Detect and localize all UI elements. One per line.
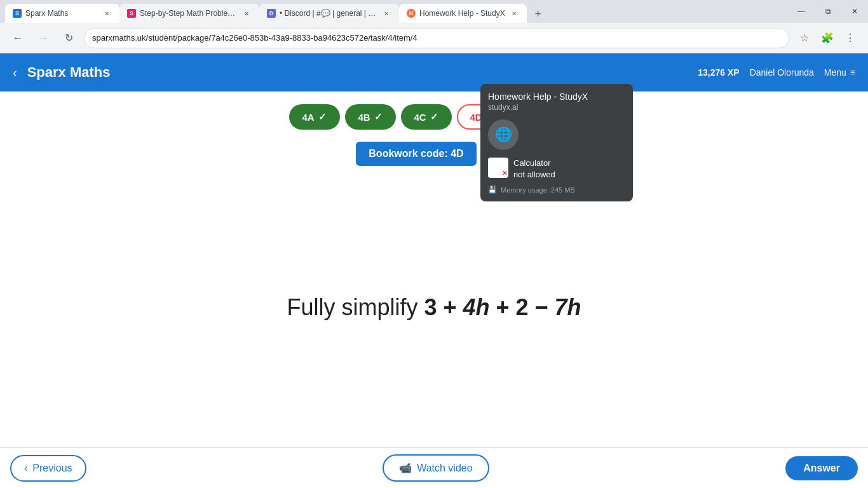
- app-header: ‹ Sparx Maths 13,276 XP Daniel Olorunda …: [0, 53, 868, 92]
- tooltip-calc-row: 🖩 ✕ Calculatornot allowed: [488, 158, 625, 180]
- tooltip-memory: 💾 Memory usage: 245 MB: [488, 186, 625, 194]
- tab-discord[interactable]: D • Discord | #💬 | general | Loot... ✕: [259, 4, 399, 23]
- tab-studyx-close[interactable]: ✕: [509, 8, 519, 18]
- math-equation-area: Fully simplify 3 + 4h + 2 − 7h: [0, 168, 868, 447]
- app-back-button[interactable]: ‹: [13, 65, 17, 80]
- previous-label: Previous: [32, 463, 72, 474]
- tab-4b-label: 4B: [358, 112, 370, 123]
- minimize-button[interactable]: —: [792, 4, 810, 18]
- close-button[interactable]: ✕: [846, 4, 863, 18]
- tab-4b-check: ✓: [374, 111, 383, 123]
- tooltip-globe-icon: 🌐: [488, 119, 519, 150]
- tab-4a-label: 4A: [302, 112, 314, 123]
- tab-discord-close[interactable]: ✕: [381, 8, 391, 18]
- task-tabs: 4A ✓ 4B ✓ 4C ✓ 4D ✕ Summary: [0, 92, 868, 130]
- forward-button[interactable]: →: [33, 28, 53, 48]
- previous-button[interactable]: ‹ Previous: [10, 455, 86, 482]
- back-button[interactable]: ←: [8, 28, 28, 48]
- menu-button[interactable]: Menu ≡: [824, 67, 855, 78]
- tab-4c-check: ✓: [430, 111, 438, 123]
- tab-math-close[interactable]: ✕: [241, 8, 252, 18]
- tab-math-label: Step-by-Step Math Problem So...: [140, 9, 238, 18]
- xp-display: 13,276 XP: [698, 67, 739, 78]
- tooltip-title: Homework Help - StudyX: [488, 92, 625, 102]
- tab-4a-check: ✓: [318, 111, 327, 123]
- tab-sparx-label: Sparx Maths: [25, 9, 98, 18]
- tab-studyx-label: Homework Help - StudyX: [419, 9, 505, 18]
- studyx-tooltip: Homework Help - StudyX studyx.ai 🌐 🖩 ✕ C…: [480, 84, 633, 201]
- answer-label: Answer: [803, 463, 840, 473]
- browser-menu-button[interactable]: ⋮: [840, 28, 860, 48]
- tooltip-calc-icon: 🖩 ✕: [488, 158, 508, 178]
- bookwork-badge: Bookwork code: 4D: [356, 142, 476, 166]
- answer-button[interactable]: Answer: [785, 456, 858, 480]
- hamburger-icon: ≡: [850, 67, 855, 78]
- math-favicon: S: [127, 9, 136, 18]
- studyx-favicon: H: [407, 9, 416, 18]
- bookmark-button[interactable]: ☆: [794, 28, 815, 48]
- bookwork-row: Bookwork code: 4D 🖩 ✕: [0, 140, 868, 168]
- memory-icon: 💾: [488, 186, 497, 194]
- maximize-button[interactable]: ⧉: [820, 4, 836, 18]
- watch-video-button[interactable]: 📹 Watch video: [383, 454, 489, 482]
- tab-4b[interactable]: 4B ✓: [345, 104, 396, 130]
- tab-sparx[interactable]: S Sparx Maths ✕: [5, 4, 119, 23]
- sparx-favicon: S: [13, 9, 22, 18]
- tab-sparx-close[interactable]: ✕: [102, 8, 112, 18]
- address-bar[interactable]: sparxmaths.uk/student/package/7a4c26e0-8…: [84, 28, 789, 48]
- prev-chevron-icon: ‹: [24, 463, 27, 474]
- new-tab-button[interactable]: +: [529, 5, 547, 23]
- menu-label: Menu: [824, 67, 846, 78]
- app-logo: Sparx Maths: [27, 64, 111, 81]
- equation-math: 3 + 4h + 2 − 7h: [424, 294, 581, 320]
- memory-label: Memory usage: 245 MB: [501, 186, 575, 194]
- tooltip-url: studyx.ai: [488, 103, 625, 112]
- tab-4c-label: 4C: [414, 112, 426, 123]
- tab-studyx[interactable]: H Homework Help - StudyX ✕: [399, 4, 527, 23]
- extensions-button[interactable]: 🧩: [817, 28, 837, 48]
- tab-4a[interactable]: 4A ✓: [289, 104, 340, 130]
- reload-button[interactable]: ↻: [58, 28, 79, 48]
- equation-prefix: Fully simplify: [287, 294, 424, 320]
- tooltip-calc-label: Calculatornot allowed: [513, 158, 555, 180]
- watch-video-label: Watch video: [417, 463, 472, 474]
- discord-favicon: D: [267, 9, 276, 18]
- bottom-bar: ‹ Previous 📹 Watch video Answer: [0, 447, 868, 488]
- tab-4c[interactable]: 4C ✓: [401, 104, 452, 130]
- math-equation: Fully simplify 3 + 4h + 2 − 7h: [287, 294, 581, 321]
- tab-math[interactable]: S Step-by-Step Math Problem So... ✕: [119, 4, 259, 23]
- tooltip-calc-x-icon: ✕: [502, 170, 507, 177]
- user-name-display: Daniel Olorunda: [750, 67, 814, 78]
- tab-discord-label: • Discord | #💬 | general | Loot...: [280, 9, 377, 18]
- address-text: sparxmaths.uk/student/package/7a4c26e0-8…: [92, 33, 781, 43]
- video-camera-icon: 📹: [399, 462, 412, 474]
